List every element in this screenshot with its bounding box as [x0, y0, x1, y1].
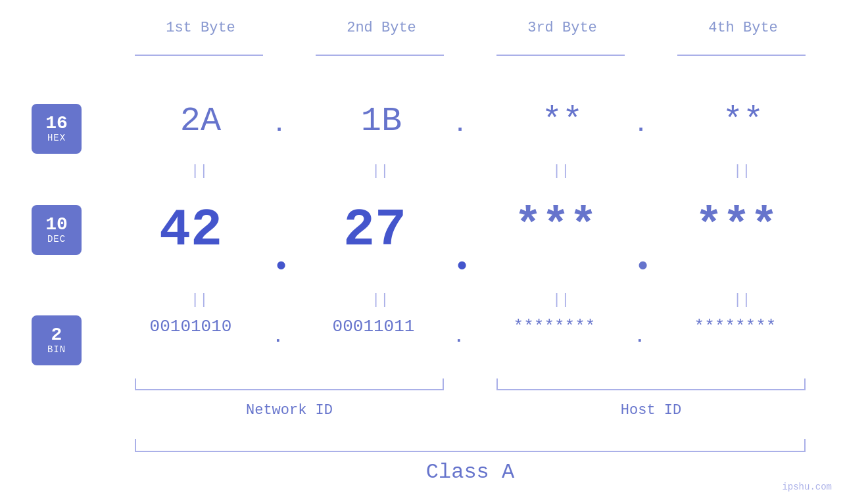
col2-hex: 1B — [312, 102, 450, 141]
parallel-dec-1: || — [191, 292, 208, 308]
col1-hex: 2A — [132, 102, 270, 141]
bin-badge: 2 BIN — [32, 315, 82, 365]
col3-dec: *** — [480, 200, 631, 252]
parallel-hex-1: || — [191, 163, 208, 179]
hex-badge-num: 16 — [45, 114, 68, 133]
hex-dot-1: . — [273, 113, 285, 137]
parallel-hex-4: || — [733, 163, 750, 179]
col1-dec: 42 — [115, 200, 266, 260]
dec-badge: 10 DEC — [32, 205, 82, 255]
dec-badge-num: 10 — [45, 216, 68, 234]
col2-bin: 00011011 — [291, 317, 456, 336]
bracket-network-id — [135, 378, 444, 390]
watermark: ipshu.com — [782, 482, 832, 492]
parallel-dec-3: || — [552, 292, 569, 308]
col4-header: 4th Byte — [674, 20, 812, 36]
bin-badge-num: 2 — [51, 326, 62, 344]
col2-header: 2nd Byte — [312, 20, 450, 36]
dec-dot-1: • — [273, 252, 289, 283]
col4-bin: ******** — [653, 317, 817, 336]
bracket-host-id — [496, 378, 806, 390]
bracket-top-col3 — [496, 55, 625, 56]
bracket-top-col4 — [677, 55, 806, 56]
bracket-class — [135, 439, 806, 452]
bin-badge-label: BIN — [47, 344, 66, 355]
bin-dot-1: . — [273, 327, 283, 347]
bin-dot-3: . — [635, 327, 645, 347]
bin-dot-2: . — [454, 327, 464, 347]
parallel-dec-4: || — [733, 292, 750, 308]
hex-badge-label: HEX — [47, 133, 66, 143]
hex-badge: 16 HEX — [32, 104, 82, 154]
parallel-hex-3: || — [552, 163, 569, 179]
parallel-hex-2: || — [372, 163, 389, 179]
parallel-dec-2: || — [372, 292, 389, 308]
col1-bin: 00101010 — [109, 317, 273, 336]
dec-dot-3: • — [635, 252, 651, 283]
col1-header: 1st Byte — [132, 20, 270, 36]
col4-hex: ** — [674, 102, 812, 141]
col2-dec: 27 — [299, 200, 450, 260]
col4-dec: *** — [658, 200, 815, 252]
col3-header: 3rd Byte — [493, 20, 631, 36]
main-container: 16 HEX 10 DEC 2 BIN 1st Byte 2nd Byte 3r… — [0, 0, 845, 504]
bracket-top-col2 — [316, 55, 444, 56]
host-id-label: Host ID — [496, 402, 806, 419]
network-id-label: Network ID — [135, 402, 444, 419]
hex-dot-2: . — [454, 113, 466, 137]
class-label: Class A — [135, 460, 806, 484]
bracket-top-col1 — [135, 55, 263, 56]
col3-hex: ** — [493, 102, 631, 141]
hex-dot-3: . — [635, 113, 647, 137]
dec-dot-2: • — [454, 252, 470, 283]
col3-bin: ******** — [472, 317, 637, 336]
dec-badge-label: DEC — [47, 234, 66, 244]
